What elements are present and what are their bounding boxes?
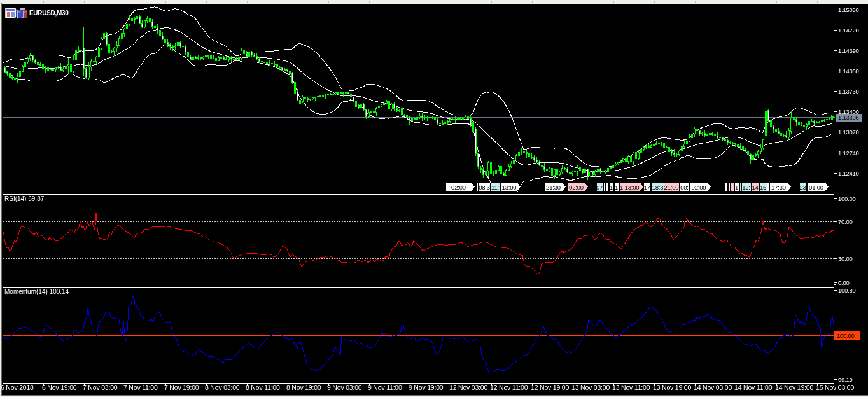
svg-text:100.80: 100.80 bbox=[838, 287, 856, 294]
svg-text:15 Nov 03:00: 15 Nov 03:00 bbox=[816, 384, 854, 391]
svg-text:23: 23 bbox=[799, 184, 806, 191]
svg-text:21:30: 21:30 bbox=[546, 184, 561, 191]
svg-text:12 Nov 11:00: 12 Nov 11:00 bbox=[490, 384, 528, 391]
svg-text:1: 1 bbox=[610, 184, 613, 191]
svg-text:RSI(14) 59.87: RSI(14) 59.87 bbox=[4, 195, 45, 202]
svg-text:1.14390: 1.14390 bbox=[838, 47, 859, 54]
svg-text:0.00: 0.00 bbox=[838, 279, 850, 286]
svg-text:1.14060: 1.14060 bbox=[838, 67, 859, 74]
svg-text:1.12740: 1.12740 bbox=[838, 150, 859, 157]
svg-text:13 Nov 19:00: 13 Nov 19:00 bbox=[653, 384, 691, 391]
svg-text:1.14720: 1.14720 bbox=[838, 27, 859, 34]
svg-text:14: 14 bbox=[752, 184, 758, 191]
svg-text:21:00: 21:00 bbox=[664, 184, 679, 191]
svg-text:07: 07 bbox=[596, 184, 603, 191]
svg-text:7 Nov 11:00: 7 Nov 11:00 bbox=[123, 384, 158, 391]
svg-text:8 Nov 19:00: 8 Nov 19:00 bbox=[286, 384, 321, 391]
svg-text:02:00: 02:00 bbox=[451, 184, 466, 191]
svg-text:7 Nov 19:00: 7 Nov 19:00 bbox=[164, 384, 199, 391]
svg-text:11:: 11: bbox=[491, 184, 499, 191]
svg-text:1.15050: 1.15050 bbox=[838, 6, 859, 13]
svg-text:6 Nov 19:00: 6 Nov 19:00 bbox=[42, 384, 77, 391]
svg-text:13:00: 13:00 bbox=[502, 184, 517, 191]
svg-text:8 Nov 03:00: 8 Nov 03:00 bbox=[205, 384, 240, 391]
svg-text:01:00: 01:00 bbox=[809, 184, 823, 191]
svg-text:15: 15 bbox=[760, 184, 766, 191]
svg-text:1.13730: 1.13730 bbox=[838, 88, 859, 95]
svg-text:1.12410: 1.12410 bbox=[838, 170, 859, 177]
svg-text:Momentum(14) 100.14: Momentum(14) 100.14 bbox=[4, 288, 69, 295]
svg-text:18:3: 18:3 bbox=[652, 184, 664, 191]
svg-text:1: 1 bbox=[615, 184, 618, 191]
svg-text:12:: 12: bbox=[742, 184, 750, 191]
svg-text:08:3: 08:3 bbox=[479, 184, 490, 191]
svg-text:8 Nov 11:00: 8 Nov 11:00 bbox=[246, 384, 280, 391]
svg-text:70.00: 70.00 bbox=[838, 218, 853, 225]
svg-text:13 Nov 03:00: 13 Nov 03:00 bbox=[571, 384, 610, 391]
svg-text:1.13070: 1.13070 bbox=[838, 129, 859, 136]
svg-text:00:: 00: bbox=[680, 184, 689, 191]
svg-text:7 Nov 03:00: 7 Nov 03:00 bbox=[83, 384, 118, 391]
svg-text:13 Nov 11:00: 13 Nov 11:00 bbox=[612, 384, 650, 391]
svg-text:9 Nov 11:00: 9 Nov 11:00 bbox=[368, 384, 402, 391]
svg-text:1.13306: 1.13306 bbox=[838, 114, 859, 121]
svg-text:6 Nov 2018: 6 Nov 2018 bbox=[1, 384, 34, 391]
svg-text:30.00: 30.00 bbox=[838, 255, 853, 262]
svg-text:02:00: 02:00 bbox=[692, 184, 706, 191]
svg-text:14 Nov 19:00: 14 Nov 19:00 bbox=[775, 384, 813, 391]
svg-text:14 Nov 03:00: 14 Nov 03:00 bbox=[694, 384, 732, 391]
svg-text:13:00: 13:00 bbox=[625, 184, 640, 191]
svg-text:17:30: 17:30 bbox=[771, 184, 786, 191]
svg-text:02:00: 02:00 bbox=[569, 184, 584, 191]
svg-text:100.00: 100.00 bbox=[837, 332, 855, 339]
svg-text:1: 1 bbox=[735, 184, 738, 191]
svg-text:1: 1 bbox=[620, 184, 623, 191]
svg-text:9 Nov 19:00: 9 Nov 19:00 bbox=[409, 384, 444, 391]
svg-text:9 Nov 03:00: 9 Nov 03:00 bbox=[327, 384, 362, 391]
svg-text:12 Nov 03:00: 12 Nov 03:00 bbox=[449, 384, 487, 391]
svg-text:12 Nov 19:00: 12 Nov 19:00 bbox=[531, 384, 569, 391]
svg-text:99.19: 99.19 bbox=[838, 376, 853, 383]
svg-text:EURUSD,M30: EURUSD,M30 bbox=[29, 10, 69, 17]
svg-text:100.00: 100.00 bbox=[838, 195, 856, 202]
svg-text:17: 17 bbox=[643, 184, 650, 191]
svg-text:14 Nov 11:00: 14 Nov 11:00 bbox=[734, 384, 773, 391]
